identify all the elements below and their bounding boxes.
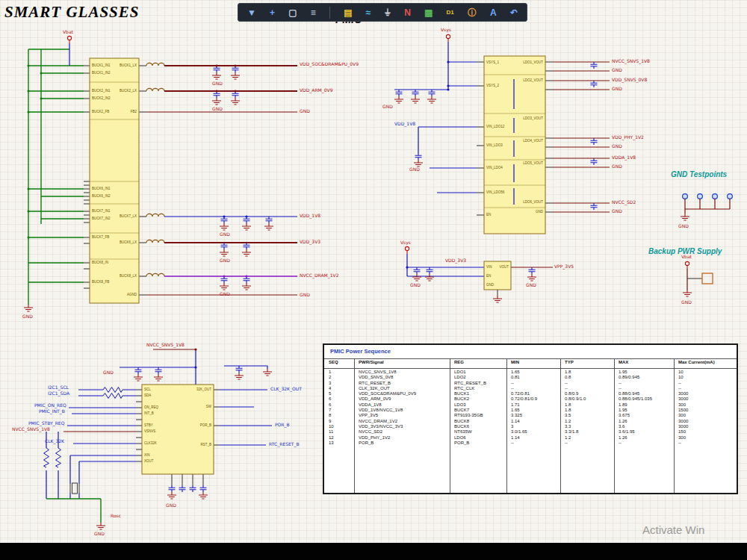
gnd-testpoint-group[interactable] [681, 194, 732, 220]
net-label: VDD_3V3 [445, 258, 466, 263]
page-title: SMART GLASSES [4, 3, 140, 22]
table-header: MAX [619, 360, 628, 364]
net-label: Vsys [400, 240, 411, 245]
table-cell: 0.81 [511, 375, 520, 380]
net-label: NVCC_DRAM_1V2 [300, 273, 339, 278]
designator-icon[interactable]: D1 [446, 10, 453, 16]
net-label: VDD_ARM_0V9 [300, 88, 333, 93]
net-label: NVCC_SNVS_1V8 [12, 427, 50, 432]
power-sequence-table[interactable]: PMIC Power Sequence SEQPWR/SignalREGMINT… [323, 343, 738, 494]
net-label: GND [612, 87, 622, 91]
pin-label: LDO3_VOUT [523, 116, 543, 120]
pin-label: EN [486, 274, 491, 278]
table-cell: 0.8/0.9/1.0 [565, 396, 586, 402]
info-icon[interactable]: ⓘ [468, 8, 477, 17]
table-row: 5VDD_SOC&DRAM&PU_0V9BUCK10.72/0.810.8/0.… [324, 391, 737, 396]
table-cell: 9 [329, 419, 331, 424]
net-label-icon[interactable]: N [404, 8, 411, 17]
net-label: POR_B [275, 423, 290, 427]
table-header: PWR/Signal [359, 360, 384, 364]
table-cell: VDD_1V8/NVCC_1V8 [359, 408, 403, 413]
pin-label: BUCK7_LX [120, 214, 137, 218]
table-cell: 3 [329, 381, 331, 386]
table-cell: NVCC_SNVS_1V8 [359, 370, 397, 375]
table-cell: 3.6/1.95 [619, 429, 635, 435]
table-cell: 1.95 [619, 370, 627, 375]
table-row: 3RTC_RESET_BRTC_RESET_B-------- [324, 381, 737, 386]
pin-label: BUCK2_IN1 [92, 89, 111, 93]
pin-label: SW [206, 405, 211, 408]
table-cell: 11 [329, 429, 333, 435]
net-label: GND [612, 209, 622, 214]
net-label: GND [526, 283, 536, 287]
library-icon[interactable]: ▤ [344, 8, 352, 17]
text-icon[interactable]: A [490, 8, 497, 17]
ldo-pmic-component[interactable] [394, 34, 610, 234]
pin-label: LDO2_VOUT [523, 78, 543, 82]
table-cell: 1.95 [619, 408, 627, 413]
table-title: PMIC Power Sequence [330, 348, 391, 355]
move-icon[interactable]: + [270, 8, 275, 17]
pin-label: BUCK7_FB [92, 235, 109, 239]
table-cell: NVCC_SD2 [359, 429, 382, 435]
table-cell: -- [619, 441, 622, 446]
undo-icon[interactable]: ↶ [510, 8, 518, 17]
table-cell: LDO1 [454, 370, 466, 375]
table-row: 12VDD_PHY_1V2LDO61.141.21.26300 [324, 435, 737, 441]
table-cell: 1.26 [619, 419, 627, 424]
net-label: GND [212, 107, 223, 111]
part-icon[interactable]: ▦ [424, 8, 433, 17]
table-cell: 3 [511, 424, 513, 429]
table-cell: 0.89/0.945 [619, 375, 639, 380]
net-label: GND [22, 314, 33, 319]
table-divider [324, 358, 737, 359]
table-cell: RT9193-35GB [454, 413, 483, 418]
input-power-bus[interactable] [24, 36, 84, 311]
table-cell: 3.3 [565, 424, 571, 429]
table-cell: 10 [329, 424, 334, 429]
table-cell: 0.8 [565, 375, 571, 380]
table-cell: 2 [329, 375, 331, 380]
ground-icon[interactable]: ⏚ [384, 8, 391, 17]
table-cell: VDD_3V3/NVCC_3V3 [359, 424, 403, 429]
table-cell: POR_B [454, 441, 469, 446]
table-cell: 6 [329, 396, 331, 402]
table-cell: 1.8 [565, 402, 571, 408]
activate-watermark: Activate Win [642, 523, 704, 536]
table-cell: 0.8/0.9 [565, 391, 578, 396]
pin-label: VIN_LDO56 [486, 190, 504, 194]
net-label: GND [220, 292, 230, 296]
signal-icon[interactable]: ≈ [366, 8, 371, 17]
table-cell: 1.65 [511, 408, 520, 413]
vpp-regulator-component[interactable] [405, 246, 553, 302]
net-label: I2C1_SCL [48, 385, 69, 390]
pin-label: BUCK1_IN1 [92, 63, 111, 67]
table-cell: VDD_SOC&DRAM&PU_0V9 [359, 391, 416, 396]
net-label: VDD_3V3 [300, 240, 320, 244]
pin-label: ON_REQ [144, 405, 158, 409]
pin-label: XOUT [144, 459, 154, 463]
net-label: GND [94, 532, 105, 536]
table-cell: -- [678, 441, 681, 446]
table-header: SEQ [329, 360, 338, 364]
pin-label: BUCK2_LX [120, 89, 137, 93]
table-header: REG [454, 360, 464, 364]
table-cell: LDO3 [454, 402, 466, 408]
filter-icon[interactable]: ▼ [247, 8, 256, 17]
net-label: Vbat [63, 30, 73, 34]
select-region-icon[interactable]: ▢ [288, 8, 297, 17]
table-head: SEQPWR/SignalREGMINTYPMAXMax Current(mA) [324, 360, 737, 369]
table-cell: VDD_PHY_1V2 [359, 435, 390, 441]
table-cell: 0.72/0.81/0.9 [511, 396, 537, 402]
pin-label: VIN [486, 265, 492, 269]
table-cell: NT635W [454, 429, 472, 435]
table-cell: -- [678, 381, 681, 386]
net-label: Rosc [111, 514, 121, 518]
buck-pmic-component[interactable] [84, 58, 146, 303]
table-cell: POR_B [359, 441, 374, 446]
align-icon[interactable]: ≡ [311, 8, 316, 17]
table-row: 13POR_BPOR_B-------- [324, 441, 737, 446]
backup-pwr-circuit[interactable] [683, 261, 713, 296]
pmic-control-component[interactable] [44, 348, 273, 529]
table-row: 4CLK_32K_OUTRTC_CLK-------- [324, 386, 737, 391]
